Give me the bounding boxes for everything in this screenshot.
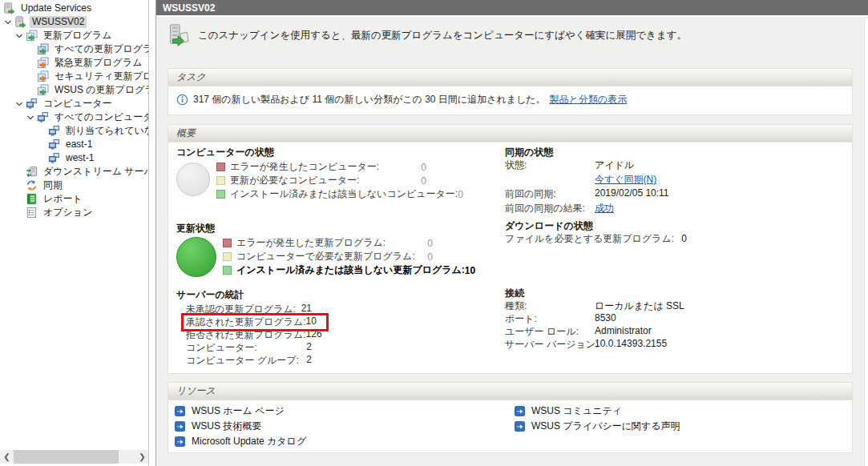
sync-icon xyxy=(26,179,38,191)
tree-item-label: WSUS の更新プログラム xyxy=(52,84,149,96)
last-sync-row: 前回の同期: 2019/02/05 10:11 xyxy=(505,187,852,202)
legend-value: 0 xyxy=(458,189,463,200)
link-arrow-icon xyxy=(175,406,185,416)
legend-label: インストール済みまたは該当しないコンピューター: xyxy=(230,187,458,201)
tree-item-computers[interactable]: コンピューター xyxy=(0,97,148,110)
tree-item-all-updates[interactable]: すべての更新プログラム xyxy=(0,42,148,56)
legend-green-swatch xyxy=(216,190,225,199)
updates-icon xyxy=(26,30,38,42)
tree-item-update-services[interactable]: Update Services xyxy=(0,2,148,15)
update-status-block: エラーが発生した更新プログラム: 0 コンピューターで必要な更新プログラム: 0… xyxy=(176,236,505,277)
legend-row: インストール済みまたは該当しない更新プログラム: 10 xyxy=(223,263,433,277)
resources-right-column: WSUS コミュニティ WSUS プライバシーに関する声明 xyxy=(515,404,680,449)
resource-link-microsoft-update-catalog[interactable]: Microsoft Update カタログ xyxy=(175,434,515,449)
stats-value: 10 xyxy=(306,315,317,328)
snapin-intro: このスナップインを使用すると、最新の更新プログラムをコンピューターにすばやく確実… xyxy=(167,22,868,48)
connection-row: 種類: ローカルまたは SSL xyxy=(505,299,852,312)
legend-green-swatch xyxy=(223,266,232,275)
link-arrow-icon xyxy=(515,406,525,416)
update-status-pie-chart xyxy=(176,237,216,277)
resource-link-label: WSUS 技術概要 xyxy=(192,420,261,433)
legend-row: コンピューターで必要な更新プログラム: 0 xyxy=(223,250,433,263)
tree-item-label: 緊急更新プログラム xyxy=(52,57,144,69)
tasks-message-row: 317 個の新しい製品および 11 個の新しい分類がこの 30 日間に追加されま… xyxy=(168,86,852,114)
tree-item-label: 割り当てられていないコンピューター xyxy=(63,125,149,137)
chevron-down-icon[interactable] xyxy=(2,17,14,28)
computers-icon xyxy=(48,125,60,137)
legend-red-swatch xyxy=(223,239,232,247)
tree-item-east-1[interactable]: east-1 xyxy=(0,138,148,151)
tree-item-security-updates[interactable]: セキュリティ更新プログラム xyxy=(0,70,148,83)
tree-item-all-computers[interactable]: すべてのコンピューター xyxy=(0,110,148,124)
resource-link-wsus-tech-overview[interactable]: WSUS 技術概要 xyxy=(175,419,515,434)
updates-icon xyxy=(37,57,49,69)
chevron-down-icon[interactable] xyxy=(14,30,25,42)
server-icon xyxy=(14,16,26,28)
stats-row: コンピューター グループ: 2 xyxy=(186,354,312,367)
resources-section-header: リソース xyxy=(168,383,852,400)
chevron-down-icon[interactable] xyxy=(14,98,25,110)
tree-item-unassigned-computers[interactable]: 割り当てられていないコンピューター xyxy=(0,124,148,138)
pane-splitter[interactable] xyxy=(150,0,155,466)
legend-label: 更新が必要なコンピューター: xyxy=(230,174,407,187)
tree-item-wsus-updates[interactable]: WSUS の更新プログラム xyxy=(0,83,148,97)
horizontal-scrollbar[interactable]: ❮ ❯ xyxy=(0,450,149,464)
legend-value: 0 xyxy=(407,162,426,173)
sync-now-link[interactable]: 今すぐ同期(N) xyxy=(595,173,656,187)
tree-item-updates[interactable]: 更新プログラム xyxy=(0,29,148,42)
link-arrow-icon xyxy=(175,436,185,447)
connection-row: サーバー バージョン: 10.0.14393.2155 xyxy=(505,338,852,351)
update-status-title: 更新状態 xyxy=(176,222,505,235)
products-classifications-link[interactable]: 製品と分類の表示 xyxy=(550,93,628,106)
tree-item-critical-updates[interactable]: 緊急更新プログラム xyxy=(0,56,148,70)
main-panel: WSUSSV02 このスナップインを使用すると、最新の更新プログラムをコンピュー… xyxy=(155,0,868,466)
connection-type-value: ローカルまたは SSL xyxy=(595,299,684,313)
stats-value: 126 xyxy=(306,328,322,341)
resource-link-wsus-privacy[interactable]: WSUS プライバシーに関する声明 xyxy=(515,419,680,434)
tree-item-synchronizations[interactable]: 同期 xyxy=(0,179,148,192)
stats-value: 2 xyxy=(306,341,312,354)
field-label: 前回の同期の結果: xyxy=(505,202,595,215)
tree-item-wsussv02[interactable]: WSUSSV02 xyxy=(0,15,148,29)
scroll-left-arrow-icon[interactable]: ❮ xyxy=(0,450,14,464)
server-stats-block: 未承認の更新プログラム: 21 承認された更新プログラム: 10 拒否された更新… xyxy=(186,303,312,367)
last-sync-value: 2019/02/05 10:11 xyxy=(595,187,669,199)
connection-row: ユーザー ロール: Administrator xyxy=(505,325,852,338)
field-label: ユーザー ロール: xyxy=(505,325,595,339)
resource-link-label: WSUS ホーム ページ xyxy=(192,404,285,418)
tree-item-label: west-1 xyxy=(63,152,96,164)
scrollbar-thumb[interactable] xyxy=(14,450,119,464)
tree-item-west-1[interactable]: west-1 xyxy=(0,151,148,165)
legend-row: エラーが発生した更新プログラム: 0 xyxy=(223,236,433,250)
download-status-title: ダウンロードの状態 xyxy=(505,219,852,232)
chevron-down-icon[interactable] xyxy=(25,112,36,123)
options-icon xyxy=(26,207,38,219)
field-label: 前回の同期: xyxy=(505,187,595,201)
legend-label: コンピューターで必要な更新プログラム: xyxy=(236,250,415,263)
field-label: 種類: xyxy=(505,299,595,313)
sync-now-row: 今すぐ同期(N) xyxy=(505,173,852,187)
tree-item-label: セキュリティ更新プログラム xyxy=(52,70,149,82)
tasks-message: 317 個の新しい製品および 11 個の新しい分類がこの 30 日間に追加されま… xyxy=(193,93,546,106)
field-label: 状態: xyxy=(505,159,595,172)
resource-link-wsus-home[interactable]: WSUS ホーム ページ xyxy=(175,404,515,419)
tree-item-downstream-servers[interactable]: ダウンストリーム サーバー xyxy=(0,165,148,179)
computers-icon xyxy=(26,98,38,110)
resource-link-wsus-community[interactable]: WSUS コミュニティ xyxy=(515,404,680,419)
tree-item-options[interactable]: オプション xyxy=(0,206,148,219)
stats-label: 承認された更新プログラム: xyxy=(186,315,306,328)
scroll-right-arrow-icon[interactable]: ❯ xyxy=(135,450,149,464)
field-label: ポート: xyxy=(505,312,595,326)
legend-yellow-swatch xyxy=(216,176,225,185)
stats-row: 未承認の更新プログラム: 21 xyxy=(186,303,312,315)
legend-label: エラーが発生したコンピューター: xyxy=(230,160,407,174)
resource-link-label: Microsoft Update カタログ xyxy=(192,435,306,448)
legend-yellow-swatch xyxy=(223,252,232,261)
legend-value: 0 xyxy=(415,251,433,263)
computer-status-legend: エラーが発生したコンピューター: 0 更新が必要なコンピューター: 0 インスト… xyxy=(216,160,426,201)
snapin-icon xyxy=(167,23,191,47)
tree-item-reports[interactable]: レポート xyxy=(0,192,148,206)
tree-item-label: 更新プログラム xyxy=(41,30,114,42)
last-sync-result-row: 前回の同期の結果: 成功 xyxy=(505,202,852,216)
last-sync-result-link[interactable]: 成功 xyxy=(595,202,614,215)
